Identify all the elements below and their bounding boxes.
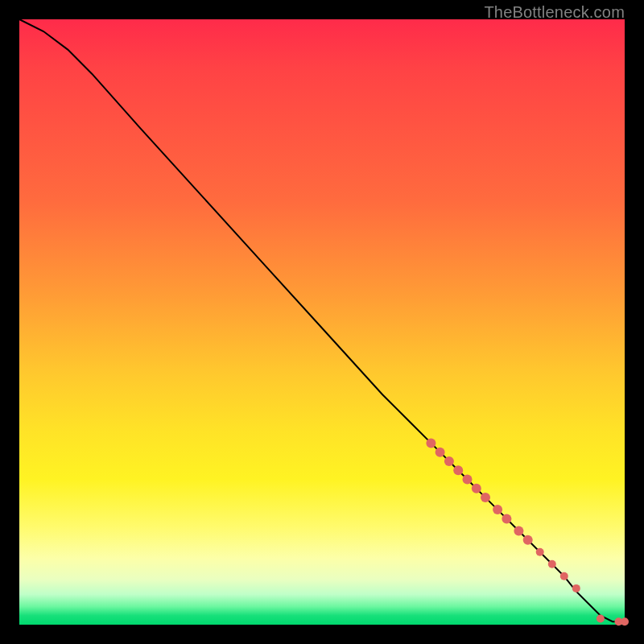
curve-marker <box>481 493 490 502</box>
curve-marker <box>453 465 463 475</box>
curve-marker <box>536 548 544 556</box>
curve-marker <box>436 448 445 457</box>
curve-marker <box>523 535 533 545</box>
chart-svg <box>19 19 625 625</box>
chart-frame: TheBottleneck.com <box>0 0 644 644</box>
curve-marker <box>502 514 511 523</box>
curve-marker <box>472 484 481 493</box>
plot-area <box>19 19 625 625</box>
curve-marker <box>621 617 629 625</box>
curve-markers <box>426 438 629 625</box>
curve-marker <box>463 475 473 485</box>
curve-marker <box>493 505 502 514</box>
curve-marker <box>597 615 605 623</box>
curve-marker <box>514 526 523 535</box>
curve-marker <box>548 560 556 568</box>
bottleneck-curve <box>19 19 625 621</box>
curve-marker <box>444 456 454 466</box>
curve-marker <box>572 584 580 592</box>
curve-marker <box>426 438 436 448</box>
curve-marker <box>560 572 568 580</box>
attribution-label: TheBottleneck.com <box>484 3 625 22</box>
